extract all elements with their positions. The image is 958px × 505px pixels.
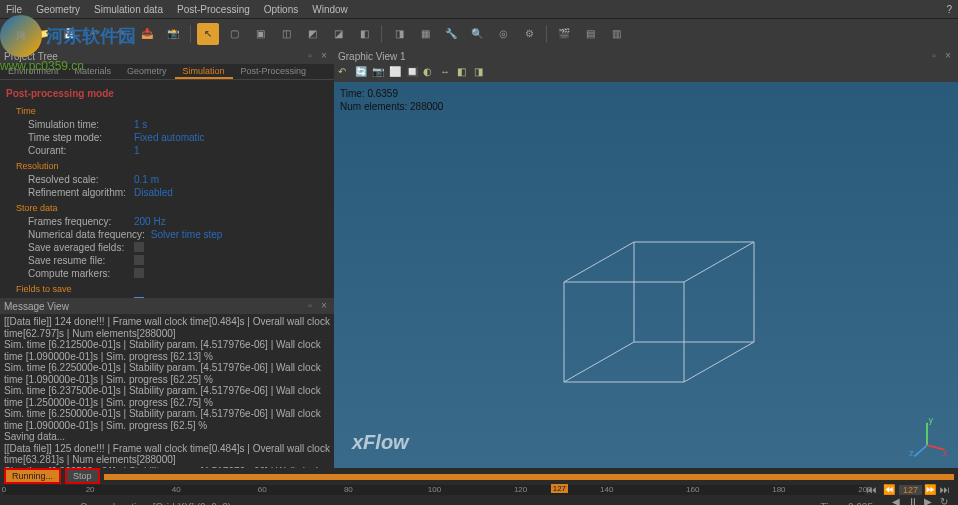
gv-tool4-icon[interactable]: ⬜	[389, 66, 403, 80]
toolbar-cube1-icon[interactable]: ▢	[223, 23, 245, 45]
timestep-mode-label: Time step mode:	[28, 132, 128, 143]
section-time[interactable]: Time	[16, 104, 330, 118]
timeline-row: 020406080100120140160180200127 ⏮ ⏪ 127 ⏩…	[0, 484, 958, 496]
toolbar-cube4-icon[interactable]: ◩	[301, 23, 323, 45]
refinement-label: Refinement algorithm:	[28, 187, 128, 198]
panel-close-icon[interactable]: ×	[318, 50, 330, 62]
gv-tool1-icon[interactable]: ↶	[338, 66, 352, 80]
menu-bar: File Geometry Simulation data Post-Proce…	[0, 0, 958, 18]
gv-tool9-icon[interactable]: ◨	[474, 66, 488, 80]
sim-time-label: Simulation time:	[28, 119, 128, 130]
left-column: Project Tree ▫ × Environment Materials G…	[0, 48, 334, 468]
menu-geometry[interactable]: Geometry	[36, 4, 80, 15]
tab-simulation[interactable]: Simulation	[175, 64, 233, 79]
toolbar-cube2-icon[interactable]: ▣	[249, 23, 271, 45]
toolbar-cube5-icon[interactable]: ◪	[327, 23, 349, 45]
toolbar-import-icon[interactable]: 📥	[136, 23, 158, 45]
graphic-view-header: Graphic View 1 ▫ ×	[334, 48, 958, 64]
message-view-header: Message View ▫ ×	[0, 298, 334, 314]
compute-markers-label: Compute markers:	[28, 268, 128, 279]
frames-freq-value[interactable]: 200 Hz	[134, 216, 166, 227]
menu-options[interactable]: Options	[264, 4, 298, 15]
gv-float-icon[interactable]: ▫	[928, 50, 940, 62]
project-tree-body[interactable]: Post-processing mode Time Simulation tim…	[0, 80, 334, 298]
message-view-panel: Message View ▫ × [[Data file]] 124 done!…	[0, 298, 334, 468]
menu-simulation-data[interactable]: Simulation data	[94, 4, 163, 15]
section-store-data[interactable]: Store data	[16, 201, 330, 215]
gv-tool6-icon[interactable]: ◐	[423, 66, 437, 80]
save-avg-checkbox[interactable]	[134, 242, 144, 252]
frame-display[interactable]: 127	[899, 485, 922, 495]
svg-line-3	[564, 342, 634, 382]
sim-time-value[interactable]: 1 s	[134, 119, 147, 130]
loop-icon[interactable]: ↻	[940, 496, 954, 505]
watermark-url: www.pc0359.cn	[0, 59, 136, 73]
svg-line-2	[684, 342, 754, 382]
menu-window[interactable]: Window	[312, 4, 348, 15]
gv-tool2-icon[interactable]: 🔄	[355, 66, 369, 80]
mv-float-icon[interactable]: ▫	[304, 300, 316, 312]
help-icon[interactable]: ?	[946, 4, 952, 15]
graphic-view-panel: Graphic View 1 ▫ × ↶ 🔄 📷 ⬜ 🔲 ◐ ↔ ◧ ◨ Tim…	[334, 48, 958, 468]
svg-line-6	[914, 445, 927, 456]
toolbar-calendar-icon[interactable]: ▥	[605, 23, 627, 45]
graphic-view-title: Graphic View 1	[338, 51, 406, 62]
prev-icon[interactable]: ⏪	[883, 484, 897, 496]
message-view-title: Message View	[4, 301, 69, 312]
timestep-mode-value[interactable]: Fixed automatic	[134, 132, 205, 143]
toolbar-cube3-icon[interactable]: ◫	[275, 23, 297, 45]
gv-tool8-icon[interactable]: ◧	[457, 66, 471, 80]
pause-icon[interactable]: ⏸	[908, 496, 922, 505]
svg-line-5	[927, 445, 945, 449]
running-button[interactable]: Running...	[4, 468, 61, 484]
wireframe-box	[534, 222, 794, 432]
cursor-location: Cursor location: [Grid-XY] (0, 0, 0)	[80, 502, 231, 506]
main-content: Project Tree ▫ × Environment Materials G…	[0, 48, 958, 468]
skip-end-icon[interactable]: ⏭	[940, 484, 954, 496]
resolved-scale-value[interactable]: 0.1 m	[134, 174, 159, 185]
message-view-log[interactable]: [[Data file]] 124 done!!! | Frame wall c…	[0, 314, 334, 468]
section-fields-to-save[interactable]: Fields to save	[16, 282, 330, 296]
compute-markers-checkbox[interactable]	[134, 268, 144, 278]
toolbar-snapshot-icon[interactable]: 📸	[162, 23, 184, 45]
toolbar-gear-icon[interactable]: ⚙	[518, 23, 540, 45]
play-forward-icon[interactable]: ▶	[924, 496, 938, 505]
menu-post-processing[interactable]: Post-Processing	[177, 4, 250, 15]
gv-tool3-icon[interactable]: 📷	[372, 66, 386, 80]
save-resume-checkbox[interactable]	[134, 255, 144, 265]
panel-float-icon[interactable]: ▫	[304, 50, 316, 62]
viewport-overlay-info: Time: 0.6359 Num elements: 288000	[340, 88, 443, 114]
courant-value[interactable]: 1	[134, 145, 140, 156]
stop-button[interactable]: Stop	[65, 468, 100, 484]
status-time: Time: 0.635s	[821, 502, 878, 506]
viewport-time-label: Time: 0.6359	[340, 88, 443, 99]
toolbar-clapper-icon[interactable]: 🎬	[553, 23, 575, 45]
toolbar-cube7-icon[interactable]: ◨	[388, 23, 410, 45]
next-icon[interactable]: ⏩	[924, 484, 938, 496]
toolbar-cube6-icon[interactable]: ◧	[353, 23, 375, 45]
menu-file[interactable]: File	[6, 4, 22, 15]
toolbar-cube8-icon[interactable]: ▦	[414, 23, 436, 45]
play-back-icon[interactable]: ◀	[892, 496, 906, 505]
toolbar-wrench-icon[interactable]: 🔧	[440, 23, 462, 45]
numdata-freq-label: Numerical data frequency:	[28, 229, 145, 240]
gv-tool5-icon[interactable]: 🔲	[406, 66, 420, 80]
toolbar-select-icon[interactable]: ↖	[197, 23, 219, 45]
tab-post-processing[interactable]: Post-Processing	[233, 64, 315, 79]
toolbar-spiral-icon[interactable]: ◎	[492, 23, 514, 45]
3d-viewport[interactable]: Time: 0.6359 Num elements: 288000 xFlow	[334, 82, 958, 468]
xflow-logo: xFlow	[352, 431, 409, 454]
gv-close-icon[interactable]: ×	[942, 50, 954, 62]
section-resolution[interactable]: Resolution	[16, 159, 330, 173]
save-avg-label: Save averaged fields:	[28, 242, 128, 253]
numdata-freq-value[interactable]: Solver time step	[151, 229, 223, 240]
timeline-track[interactable]: 020406080100120140160180200127	[4, 485, 865, 495]
frames-freq-label: Frames frequency:	[28, 216, 128, 227]
gv-tool7-icon[interactable]: ↔	[440, 66, 454, 80]
toolbar-grid-icon[interactable]: ▤	[579, 23, 601, 45]
toolbar-search-icon[interactable]: 🔍	[466, 23, 488, 45]
graphic-view-toolbar: ↶ 🔄 📷 ⬜ 🔲 ◐ ↔ ◧ ◨	[334, 64, 958, 82]
mv-close-icon[interactable]: ×	[318, 300, 330, 312]
refinement-value[interactable]: Disabled	[134, 187, 173, 198]
svg-line-1	[684, 242, 754, 282]
